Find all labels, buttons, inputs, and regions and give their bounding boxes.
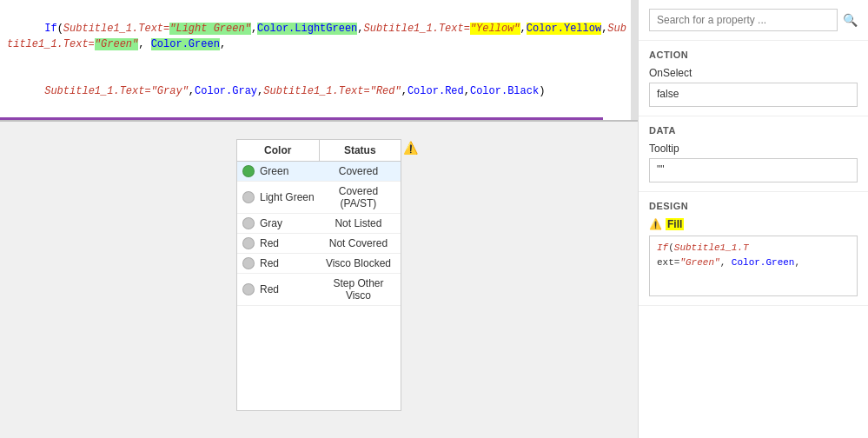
table-row[interactable]: Gray Not Listed <box>237 214 401 234</box>
fill-label: ⚠️ Fill <box>649 218 858 230</box>
fill-warning-icon: ⚠️ <box>649 218 662 230</box>
color-dot <box>242 217 255 229</box>
search-bar: 🔍 <box>639 0 868 41</box>
action-section-title: ACTION <box>649 50 858 60</box>
action-section: ACTION OnSelect false <box>639 41 868 116</box>
header-color: Color <box>237 140 320 161</box>
onselect-value[interactable]: false <box>649 83 858 107</box>
cell-status: Not Covered <box>321 237 395 249</box>
canvas-area: ⚠️ Color Status Green Covered Light Gree… <box>0 122 638 438</box>
table-empty-area <box>237 306 401 410</box>
design-section: DESIGN ⚠️ Fill If(Subtitle1_1.T ext="Gre… <box>639 192 868 306</box>
color-dot <box>242 283 255 295</box>
code-editor[interactable]: If(Subtitle1_1.Text="Light Green",Color.… <box>0 0 638 122</box>
fill-formula-box[interactable]: If(Subtitle1_1.T ext="Green", Color.Gree… <box>649 236 858 296</box>
color-dot <box>242 191 255 203</box>
cell-color-name: Red <box>260 257 321 269</box>
table-row[interactable]: Light Green Covered (PA/ST) <box>237 182 401 214</box>
cell-color-name: Gray <box>260 217 321 229</box>
tooltip-label: Tooltip <box>649 143 858 155</box>
table-row[interactable]: Green Covered <box>237 162 401 182</box>
cell-status: Not Listed <box>321 217 395 229</box>
design-section-title: DESIGN <box>649 201 858 211</box>
warning-icon: ⚠️ <box>403 141 418 155</box>
cell-status: Covered <box>321 165 395 177</box>
fill-text: Fill <box>666 218 684 230</box>
table-row[interactable]: Red Visco Blocked <box>237 254 401 274</box>
onselect-label: OnSelect <box>649 67 858 79</box>
color-dot <box>242 237 255 249</box>
color-dot <box>242 165 255 177</box>
search-icon[interactable]: 🔍 <box>843 13 858 27</box>
cell-color-name: Red <box>260 237 321 249</box>
table-row[interactable]: Red Step Other Visco <box>237 274 401 306</box>
data-section-title: DATA <box>649 125 858 136</box>
color-dot <box>242 257 255 269</box>
right-panel: 🔍 ACTION OnSelect false DATA Tooltip "" … <box>638 0 868 438</box>
code-line-1: If(Subtitle1_1.Text="Light Green",Color.… <box>7 5 631 68</box>
cell-color-name: Green <box>260 165 321 177</box>
table-widget: Color Status Green Covered Light Green C… <box>236 139 401 411</box>
header-status: Status <box>320 140 401 161</box>
cell-color-name: Red <box>260 283 321 295</box>
table-row[interactable]: Red Not Covered <box>237 234 401 254</box>
cell-status: Step Other Visco <box>321 277 395 302</box>
cell-status: Covered (PA/ST) <box>321 185 395 209</box>
cell-status: Visco Blocked <box>321 257 395 269</box>
scroll-bar[interactable] <box>631 0 638 120</box>
formula-bar-indicator <box>0 117 603 120</box>
code-line-2: Subtitle1_1.Text="Gray",Color.Gray,Subti… <box>7 68 631 115</box>
search-input[interactable] <box>649 9 838 31</box>
table-header: Color Status <box>237 140 401 162</box>
cell-color-name: Light Green <box>260 191 321 203</box>
main-area: If(Subtitle1_1.Text="Light Green",Color.… <box>0 0 638 438</box>
tooltip-value[interactable]: "" <box>649 158 858 182</box>
data-section: DATA Tooltip "" <box>639 116 868 192</box>
